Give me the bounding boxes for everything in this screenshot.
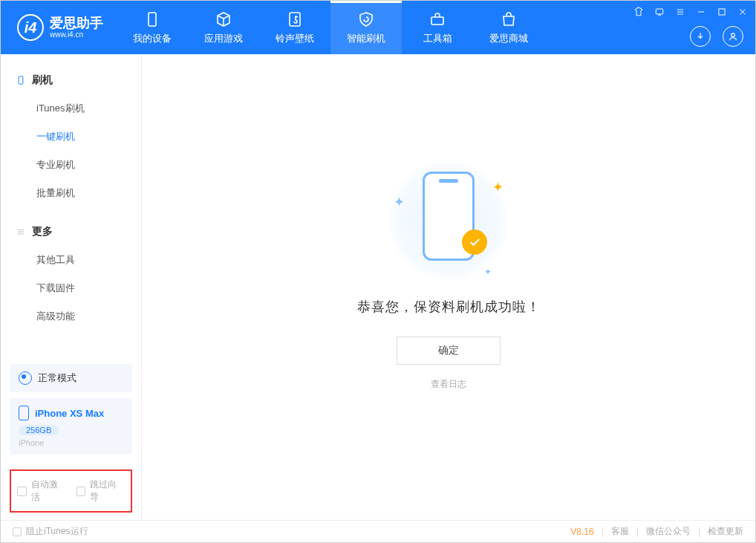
- sidebar-item-batch-flash[interactable]: 批量刷机: [1, 179, 141, 207]
- toolbox-icon: [428, 10, 447, 29]
- window-controls: [633, 7, 748, 19]
- nav-label: 工具箱: [423, 32, 452, 45]
- svg-rect-1: [290, 13, 300, 26]
- svg-rect-0: [149, 13, 156, 26]
- shield-refresh-icon: [356, 10, 376, 29]
- sidebar-group-more: 更多: [1, 218, 141, 246]
- nav-label: 我的设备: [133, 32, 172, 45]
- sidebar-item-oneclick-flash[interactable]: 一键刷机: [1, 123, 141, 151]
- nav-label: 智能刷机: [347, 32, 385, 45]
- checkbox-label: 阻止iTunes运行: [26, 525, 88, 538]
- checkbox-icon: [17, 487, 27, 496]
- checkbox-label: 跳过向导: [90, 478, 125, 504]
- sparkle-icon: ✦: [492, 179, 504, 195]
- account-button[interactable]: [723, 26, 743, 47]
- feedback-icon[interactable]: [654, 7, 665, 19]
- music-file-icon: [285, 10, 304, 29]
- phone-icon: [143, 10, 162, 29]
- sidebar-item-advanced[interactable]: 高级功能: [1, 302, 141, 331]
- top-nav: 我的设备 应用游戏 铃声壁纸 智能刷机 工具箱 爱思商城: [117, 1, 544, 54]
- titlebar: i4 爱思助手 www.i4.cn 我的设备 应用游戏 铃声壁纸 智能刷机 工具…: [1, 1, 755, 54]
- svg-rect-4: [719, 9, 725, 15]
- svg-rect-6: [19, 77, 23, 85]
- app-logo: i4 爱思助手 www.i4.cn: [1, 1, 117, 54]
- success-illustration: ✦ ✦ ✦: [389, 161, 508, 280]
- skin-icon[interactable]: [633, 7, 644, 19]
- version-label: V8.16: [570, 527, 593, 537]
- group-label: 刷机: [32, 74, 53, 87]
- ok-button[interactable]: 确定: [397, 336, 501, 365]
- list-icon: [16, 227, 26, 237]
- device-mode-panel[interactable]: 正常模式: [10, 364, 132, 392]
- sidebar-item-other-tools[interactable]: 其他工具: [1, 246, 141, 274]
- nav-store[interactable]: 爱思商城: [473, 1, 544, 54]
- nav-ringtones-wallpapers[interactable]: 铃声壁纸: [259, 1, 330, 54]
- device-storage: 256GB: [19, 425, 59, 435]
- cube-icon: [214, 10, 233, 29]
- svg-rect-2: [431, 17, 443, 25]
- phone-icon: [19, 406, 29, 420]
- download-button[interactable]: [690, 26, 711, 47]
- nav-my-device[interactable]: 我的设备: [117, 1, 188, 54]
- group-label: 更多: [32, 225, 53, 238]
- maximize-icon[interactable]: [717, 7, 727, 19]
- device-icon: [16, 75, 26, 85]
- svg-rect-3: [656, 9, 662, 14]
- main-content: ✦ ✦ ✦ 恭喜您，保资料刷机成功啦！ 确定 查看日志: [142, 54, 755, 520]
- status-bar: 阻止iTunes运行 V8.16 | 客服 | 微信公众号 | 检查更新: [1, 520, 755, 542]
- sidebar-item-itunes-flash[interactable]: iTunes刷机: [1, 94, 141, 123]
- device-info-panel[interactable]: iPhone XS Max 256GB iPhone: [10, 398, 132, 455]
- minimize-icon[interactable]: [696, 7, 706, 19]
- nav-smart-flash[interactable]: 智能刷机: [330, 1, 402, 54]
- mode-icon: [19, 371, 32, 385]
- mode-label: 正常模式: [38, 371, 76, 385]
- nav-toolbox[interactable]: 工具箱: [402, 1, 473, 54]
- sidebar: 刷机 iTunes刷机 一键刷机 专业刷机 批量刷机 更多 其他工具 下载固件 …: [1, 54, 142, 520]
- checkbox-auto-activate[interactable]: 自动激活: [17, 478, 66, 504]
- checkbox-icon: [13, 527, 22, 536]
- header-right-icons: [690, 26, 743, 47]
- device-type: iPhone: [19, 438, 123, 447]
- nav-label: 应用游戏: [204, 32, 243, 45]
- nav-label: 爱思商城: [489, 32, 528, 45]
- app-url: www.i4.cn: [50, 30, 103, 39]
- footer-link-support[interactable]: 客服: [611, 525, 629, 538]
- footer-link-update[interactable]: 检查更新: [708, 525, 743, 538]
- sidebar-item-download-firmware[interactable]: 下载固件: [1, 274, 141, 302]
- success-check-icon: [462, 230, 487, 255]
- checkbox-skip-guide[interactable]: 跳过向导: [76, 478, 126, 504]
- checkbox-label: 自动激活: [31, 478, 66, 504]
- sparkle-icon: ✦: [394, 194, 405, 210]
- success-message: 恭喜您，保资料刷机成功啦！: [357, 298, 541, 316]
- checkbox-icon: [76, 487, 86, 496]
- checkbox-block-itunes[interactable]: 阻止iTunes运行: [13, 525, 88, 538]
- view-log-link[interactable]: 查看日志: [431, 378, 466, 391]
- logo-icon: i4: [17, 14, 44, 41]
- app-name: 爱思助手: [50, 16, 103, 31]
- sparkle-icon: ✦: [484, 267, 492, 277]
- svg-point-5: [731, 33, 735, 37]
- close-icon[interactable]: [737, 7, 748, 19]
- nav-label: 铃声壁纸: [276, 32, 314, 45]
- shopping-bag-icon: [499, 10, 518, 29]
- flash-options-highlight: 自动激活 跳过向导: [10, 469, 132, 513]
- menu-icon[interactable]: [675, 7, 685, 19]
- footer-link-wechat[interactable]: 微信公众号: [646, 525, 691, 538]
- sidebar-group-flash: 刷机: [1, 66, 141, 94]
- device-name: iPhone XS Max: [35, 408, 104, 419]
- sidebar-item-pro-flash[interactable]: 专业刷机: [1, 151, 141, 179]
- nav-apps-games[interactable]: 应用游戏: [188, 1, 259, 54]
